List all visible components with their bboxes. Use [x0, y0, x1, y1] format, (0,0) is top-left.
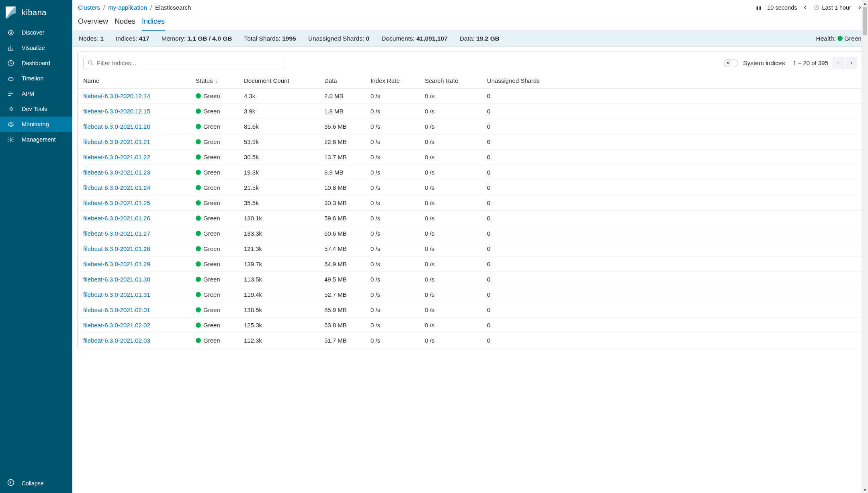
tab-indices[interactable]: Indices: [142, 14, 165, 31]
cell-document-count: 121.3k: [238, 241, 319, 257]
table-row: filebeat-6.3.0-2021.01.23Green19.3k8.9 M…: [78, 165, 863, 180]
stat-health: Health: Green: [816, 35, 862, 42]
filter-indices-input-wrapper[interactable]: [83, 57, 284, 69]
tab-overview[interactable]: Overview: [78, 14, 108, 31]
sidebar-item-management[interactable]: Management: [0, 132, 72, 147]
status-dot-icon: [196, 307, 201, 312]
index-link[interactable]: filebeat-6.3.0-2021.01.22: [83, 154, 150, 160]
cell-document-count: 19.3k: [238, 165, 319, 180]
index-link[interactable]: filebeat-6.3.0-2021.01.31: [83, 291, 150, 298]
sidebar-item-monitoring[interactable]: Monitoring: [0, 117, 72, 132]
cell-index-rate: 0 /s: [365, 241, 419, 257]
col-header-name[interactable]: Name: [78, 74, 190, 88]
index-link[interactable]: filebeat-6.3.0-2021.01.27: [83, 230, 150, 237]
clock-icon: [7, 60, 14, 67]
index-link[interactable]: filebeat-6.3.0-2021.01.29: [83, 261, 150, 267]
sidebar-item-apm[interactable]: APM: [0, 86, 72, 101]
col-header-data[interactable]: Data: [319, 74, 365, 88]
cell-search-rate: 0 /s: [419, 318, 481, 333]
scroll-thumb[interactable]: [863, 7, 867, 35]
col-header-search-rate[interactable]: Search Rate: [419, 74, 481, 88]
cell-document-count: 21.5k: [238, 180, 319, 195]
cell-name: filebeat-6.3.0-2020.12.15: [78, 104, 190, 119]
sidebar-item-timelion[interactable]: Timelion: [0, 71, 72, 86]
cell-index-rate: 0 /s: [365, 195, 419, 211]
breadcrumb-cluster-name[interactable]: my-application: [108, 4, 147, 11]
cell-data: 1.8 MB: [319, 104, 365, 119]
cell-name: filebeat-6.3.0-2021.02.02: [78, 318, 190, 333]
col-header-status[interactable]: Status ↓: [190, 74, 238, 88]
cell-search-rate: 0 /s: [419, 211, 481, 226]
stat-unassigned-shards: Unassigned Shards: 0: [308, 35, 370, 42]
index-link[interactable]: filebeat-6.3.0-2020.12.14: [83, 92, 150, 99]
index-link[interactable]: filebeat-6.3.0-2021.01.26: [83, 215, 150, 222]
index-link[interactable]: filebeat-6.3.0-2021.02.03: [83, 337, 150, 344]
system-indices-switch[interactable]: ✕: [724, 59, 738, 67]
index-link[interactable]: filebeat-6.3.0-2021.02.02: [83, 322, 150, 329]
cell-status: Green: [190, 88, 238, 104]
index-link[interactable]: filebeat-6.3.0-2021.01.28: [83, 245, 150, 252]
cell-search-rate: 0 /s: [419, 257, 481, 272]
table-row: filebeat-6.3.0-2021.01.29Green139.7k64.9…: [78, 257, 863, 272]
cell-document-count: 4.3k: [238, 88, 319, 104]
sidebar-item-visualize[interactable]: Visualize: [0, 40, 72, 55]
chevron-right-icon: [849, 61, 853, 65]
index-link[interactable]: filebeat-6.3.0-2021.01.23: [83, 169, 150, 176]
cell-data: 35.6 MB: [319, 119, 365, 134]
cell-data: 10.8 MB: [319, 180, 365, 195]
index-link[interactable]: filebeat-6.3.0-2021.02.01: [83, 306, 150, 313]
tabs: OverviewNodesIndices: [78, 14, 862, 31]
scroll-down-icon: ▼: [862, 487, 868, 493]
col-header-index-rate[interactable]: Index Rate: [365, 74, 419, 88]
vertical-scrollbar[interactable]: ▲ ▼: [862, 0, 868, 493]
index-link[interactable]: filebeat-6.3.0-2020.12.15: [83, 108, 150, 115]
brand[interactable]: kibana: [0, 0, 72, 25]
cell-unassigned: 0: [481, 104, 863, 119]
filter-indices-input[interactable]: [97, 60, 280, 66]
page-prev-button[interactable]: [832, 57, 844, 69]
sidebar-item-discover[interactable]: Discover: [0, 25, 72, 40]
cell-document-count: 53.9k: [238, 134, 319, 150]
svg-line-23: [91, 64, 93, 65]
index-link[interactable]: filebeat-6.3.0-2021.01.30: [83, 276, 150, 283]
page-next-button[interactable]: [845, 57, 857, 69]
cell-unassigned: 0: [481, 195, 863, 211]
col-header-document-count[interactable]: Document Count: [238, 74, 319, 88]
index-link[interactable]: filebeat-6.3.0-2021.01.21: [83, 138, 150, 145]
breadcrumb-clusters[interactable]: Clusters: [78, 4, 100, 11]
cell-index-rate: 0 /s: [365, 272, 419, 287]
col-header-unassigned-shards[interactable]: Unassigned Shards: [481, 74, 863, 88]
table-row: filebeat-6.3.0-2021.01.24Green21.5k10.8 …: [78, 180, 863, 195]
time-prev-button[interactable]: [802, 5, 808, 10]
tab-nodes[interactable]: Nodes: [115, 14, 135, 31]
index-link[interactable]: filebeat-6.3.0-2021.01.25: [83, 199, 150, 206]
pagination-label: 1 – 20 of 395: [793, 60, 828, 66]
clock-icon: [814, 5, 819, 10]
index-link[interactable]: filebeat-6.3.0-2021.01.24: [83, 184, 150, 191]
time-range-button[interactable]: Last 1 hour: [814, 4, 851, 11]
system-indices-label: System indices: [743, 60, 785, 67]
status-dot-icon: [196, 93, 201, 99]
cell-status: Green: [190, 119, 238, 134]
cell-document-count: 119.4k: [238, 287, 319, 302]
indices-panel: ✕ System indices 1 – 20 of 395 NameStatu…: [77, 51, 863, 348]
cell-search-rate: 0 /s: [419, 165, 481, 180]
sidebar-item-dev-tools[interactable]: Dev Tools: [0, 101, 72, 117]
sidebar-item-dashboard[interactable]: Dashboard: [0, 55, 72, 71]
time-range-label: Last 1 hour: [822, 4, 851, 11]
pause-refresh-button[interactable]: ▮▮: [755, 4, 762, 11]
status-dot-icon: [196, 323, 201, 328]
cell-index-rate: 0 /s: [365, 226, 419, 241]
cell-index-rate: 0 /s: [365, 180, 419, 195]
collapse-button[interactable]: Collapse: [0, 474, 72, 493]
refresh-interval-button[interactable]: 10 seconds: [767, 4, 797, 11]
heartbeat-icon: [7, 121, 14, 128]
index-link[interactable]: filebeat-6.3.0-2021.01.20: [83, 123, 150, 130]
timelion-icon: [7, 75, 14, 82]
collapse-icon: [7, 479, 14, 487]
cell-name: filebeat-6.3.0-2021.01.30: [78, 272, 190, 287]
cell-search-rate: 0 /s: [419, 333, 481, 348]
svg-point-2: [10, 32, 12, 34]
cell-name: filebeat-6.3.0-2021.01.31: [78, 287, 190, 302]
chevron-left-icon: [802, 5, 808, 10]
